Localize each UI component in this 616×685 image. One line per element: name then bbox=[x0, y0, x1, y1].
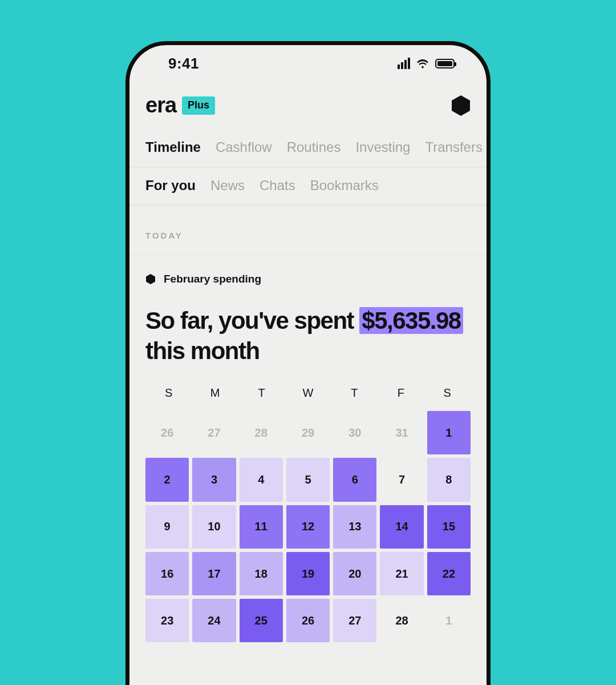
calendar-day[interactable]: 7 bbox=[380, 458, 423, 501]
calendar-day[interactable]: 14 bbox=[380, 505, 423, 549]
spending-amount: $5,635.98 bbox=[359, 307, 463, 334]
hexagon-bullet-icon bbox=[145, 273, 156, 285]
weekday-header: T bbox=[331, 386, 378, 400]
brand-group: era Plus bbox=[145, 93, 215, 118]
calendar-day[interactable]: 10 bbox=[192, 505, 236, 549]
calendar-day[interactable]: 21 bbox=[380, 552, 423, 595]
calendar-day[interactable]: 20 bbox=[333, 552, 376, 595]
calendar-day: 28 bbox=[240, 411, 283, 454]
calendar-day[interactable]: 19 bbox=[286, 552, 330, 595]
calendar-day[interactable]: 5 bbox=[286, 458, 330, 501]
status-bar: 9:41 bbox=[129, 46, 487, 80]
calendar-day[interactable]: 28 bbox=[380, 599, 423, 642]
calendar-day[interactable]: 2 bbox=[145, 458, 189, 501]
calendar-day[interactable]: 26 bbox=[286, 599, 330, 642]
secondary-tab-chats[interactable]: Chats bbox=[260, 178, 295, 194]
battery-icon bbox=[435, 59, 455, 68]
calendar-day[interactable]: 4 bbox=[240, 458, 283, 501]
phone-frame: 9:41 era Plus TimelineCashflowRoutinesIn… bbox=[125, 41, 491, 685]
wifi-icon bbox=[416, 58, 429, 68]
weekday-header: M bbox=[192, 386, 238, 400]
calendar-day[interactable]: 27 bbox=[333, 599, 376, 642]
secondary-tab-for-you[interactable]: For you bbox=[145, 178, 196, 194]
brand-logo: era bbox=[145, 93, 176, 118]
primary-tab-transfers[interactable]: Transfers bbox=[425, 139, 482, 155]
status-indicators bbox=[398, 58, 455, 69]
weekday-header-row: SMTWTFS bbox=[145, 386, 471, 400]
calendar-day: 29 bbox=[286, 411, 330, 454]
calendar-day[interactable]: 25 bbox=[240, 599, 283, 642]
calendar-day: 30 bbox=[333, 411, 376, 454]
calendar-day[interactable]: 8 bbox=[427, 458, 471, 501]
status-time: 9:41 bbox=[168, 55, 199, 72]
primary-tab-timeline[interactable]: Timeline bbox=[145, 139, 201, 155]
calendar-day: 31 bbox=[380, 411, 423, 454]
calendar-day[interactable]: 3 bbox=[192, 458, 236, 501]
primary-tab-cashflow[interactable]: Cashflow bbox=[216, 139, 272, 155]
calendar-day[interactable]: 9 bbox=[145, 505, 189, 549]
primary-tab-routines[interactable]: Routines bbox=[287, 139, 341, 155]
primary-tabs: TimelineCashflowRoutinesInvestingTransfe… bbox=[129, 129, 487, 167]
calendar-day[interactable]: 13 bbox=[333, 505, 376, 549]
section-label-today: TODAY bbox=[129, 206, 487, 255]
calendar-day[interactable]: 22 bbox=[427, 552, 471, 595]
calendar-day[interactable]: 12 bbox=[286, 505, 330, 549]
secondary-tabs: For youNewsChatsBookmarks bbox=[129, 167, 487, 206]
calendar-day[interactable]: 17 bbox=[192, 552, 236, 595]
calendar-day: 1 bbox=[427, 599, 471, 642]
calendar-day[interactable]: 16 bbox=[145, 552, 189, 595]
calendar-day: 26 bbox=[145, 411, 189, 454]
calendar-day[interactable]: 11 bbox=[240, 505, 283, 549]
weekday-header: F bbox=[378, 386, 424, 400]
svg-marker-1 bbox=[146, 274, 155, 284]
calendar-day[interactable]: 1 bbox=[427, 411, 471, 454]
app-header: era Plus bbox=[129, 80, 487, 129]
primary-tab-investing[interactable]: Investing bbox=[355, 139, 410, 155]
weekday-header: W bbox=[285, 386, 331, 400]
card-kicker: February spending bbox=[145, 273, 471, 285]
calendar-day[interactable]: 18 bbox=[240, 552, 283, 595]
weekday-header: S bbox=[424, 386, 471, 400]
calendar-grid: 2627282930311234567891011121314151617181… bbox=[145, 411, 471, 642]
calendar-day[interactable]: 6 bbox=[333, 458, 376, 501]
card-kicker-text: February spending bbox=[164, 273, 261, 285]
spending-headline: So far, you've spent $5,635.98 this mont… bbox=[145, 306, 471, 366]
secondary-tab-news[interactable]: News bbox=[210, 178, 245, 194]
spending-calendar: SMTWTFS 26272829303112345678910111213141… bbox=[129, 386, 487, 642]
weekday-header: S bbox=[145, 386, 192, 400]
calendar-day[interactable]: 15 bbox=[427, 505, 471, 549]
calendar-day[interactable]: 24 bbox=[192, 599, 236, 642]
headline-post: this month bbox=[145, 337, 260, 364]
plus-badge: Plus bbox=[182, 96, 215, 115]
headline-pre: So far, you've spent bbox=[145, 307, 359, 334]
spending-card: February spending So far, you've spent $… bbox=[129, 255, 487, 366]
calendar-day: 27 bbox=[192, 411, 236, 454]
profile-hexagon-icon[interactable] bbox=[451, 95, 471, 116]
secondary-tab-bookmarks[interactable]: Bookmarks bbox=[310, 178, 379, 194]
svg-marker-0 bbox=[452, 95, 470, 116]
calendar-day[interactable]: 23 bbox=[145, 599, 189, 642]
weekday-header: T bbox=[238, 386, 285, 400]
cellular-signal-icon bbox=[398, 58, 410, 69]
